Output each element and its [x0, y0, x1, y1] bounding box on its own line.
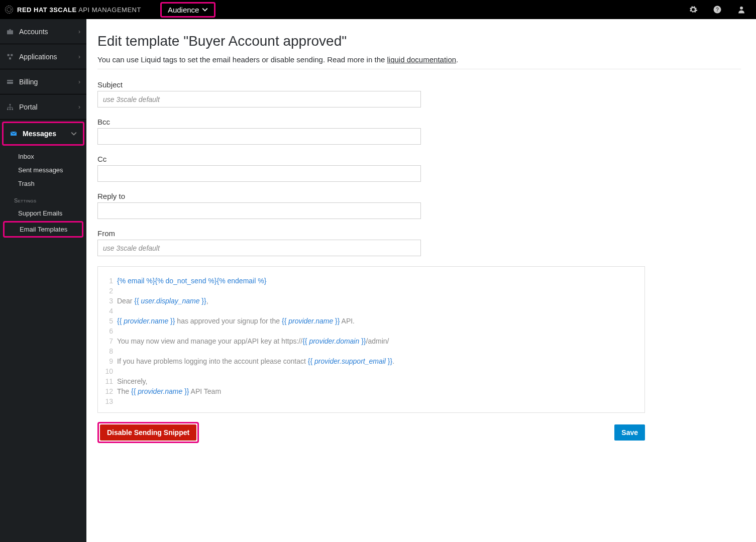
template-editor[interactable]: 1{% email %}{% do_not_send %}{% endemail… — [97, 266, 645, 413]
svg-rect-8 — [11, 54, 13, 56]
briefcase-icon — [6, 28, 14, 36]
bcc-label: Bcc — [97, 118, 741, 126]
sitemap-icon — [6, 103, 14, 111]
divider — [97, 69, 741, 69]
svg-rect-9 — [9, 57, 11, 59]
topbar-right: ? — [689, 5, 751, 14]
sidebar-item-label: Portal — [19, 103, 38, 111]
disable-sending-button[interactable]: Disable Sending Snippet — [100, 424, 196, 441]
reply-to-label: Reply to — [97, 192, 741, 200]
from-label: From — [97, 229, 741, 238]
subject-label: Subject — [97, 80, 741, 89]
chevron-right-icon: › — [78, 103, 80, 111]
svg-rect-13 — [7, 109, 9, 110]
subnav-email-templates[interactable]: Email Templates — [5, 223, 82, 236]
subject-input[interactable] — [97, 91, 421, 107]
svg-rect-11 — [7, 81, 13, 81]
audience-dropdown[interactable]: Audience — [162, 4, 214, 16]
sidebar-item-portal[interactable]: Portal › — [0, 94, 86, 120]
svg-rect-7 — [8, 54, 10, 56]
sidebar: Accounts › Applications › Billing › Port… — [0, 19, 86, 542]
envelope-icon — [10, 130, 18, 138]
chevron-down-icon — [71, 131, 77, 137]
sidebar-item-label: Accounts — [19, 28, 48, 36]
chevron-right-icon: › — [78, 28, 80, 35]
page-title: Edit template "Buyer Account approved" — [97, 33, 741, 49]
reply-to-input[interactable] — [97, 202, 421, 219]
cubes-icon — [6, 53, 14, 61]
svg-text:?: ? — [716, 7, 719, 13]
help-icon[interactable]: ? — [713, 5, 722, 14]
cc-input[interactable] — [97, 165, 421, 182]
cc-label: Cc — [97, 155, 741, 163]
svg-point-4 — [740, 7, 743, 10]
action-bar: Disable Sending Snippet Save — [97, 422, 645, 453]
sidebar-item-label: Messages — [23, 130, 56, 138]
subnav-inbox[interactable]: Inbox — [0, 150, 86, 163]
subnav-trash[interactable]: Trash — [0, 177, 86, 190]
bcc-input[interactable] — [97, 128, 421, 145]
sidebar-item-label: Applications — [19, 53, 57, 61]
sidebar-item-applications[interactable]: Applications › — [0, 44, 86, 69]
user-icon[interactable] — [737, 5, 746, 14]
sidebar-item-billing[interactable]: Billing › — [0, 69, 86, 94]
svg-rect-6 — [9, 29, 11, 30]
redhat-logo-icon — [4, 5, 14, 15]
chevron-right-icon: › — [78, 78, 80, 85]
sidebar-item-accounts[interactable]: Accounts › — [0, 19, 86, 44]
card-icon — [6, 78, 14, 86]
svg-rect-15 — [12, 109, 13, 110]
from-input[interactable] — [97, 240, 421, 256]
chevron-down-icon — [202, 7, 208, 13]
brand-text: RED HAT 3SCALE API MANAGEMENT — [17, 6, 141, 14]
svg-rect-14 — [10, 109, 11, 110]
main-content: Edit template "Buyer Account approved" Y… — [86, 19, 756, 542]
save-button[interactable]: Save — [614, 424, 645, 441]
subnav-support-emails[interactable]: Support Emails — [0, 206, 86, 220]
liquid-doc-link[interactable]: liquid documentation — [387, 55, 456, 64]
page-hint: You can use Liquid tags to set the email… — [97, 55, 741, 64]
messages-subnav: Inbox Sent messages Trash Settings Suppo… — [0, 148, 86, 244]
svg-rect-12 — [10, 104, 11, 105]
subnav-sent[interactable]: Sent messages — [0, 163, 86, 177]
svg-point-0 — [6, 6, 13, 14]
svg-point-1 — [7, 8, 11, 12]
topbar: RED HAT 3SCALE API MANAGEMENT Audience ? — [0, 0, 756, 19]
gear-icon[interactable] — [689, 5, 698, 14]
svg-rect-5 — [7, 30, 13, 34]
sidebar-item-messages[interactable]: Messages — [4, 123, 83, 144]
subnav-settings-head: Settings — [0, 190, 86, 206]
chevron-right-icon: › — [78, 53, 80, 60]
sidebar-item-label: Billing — [19, 78, 38, 86]
